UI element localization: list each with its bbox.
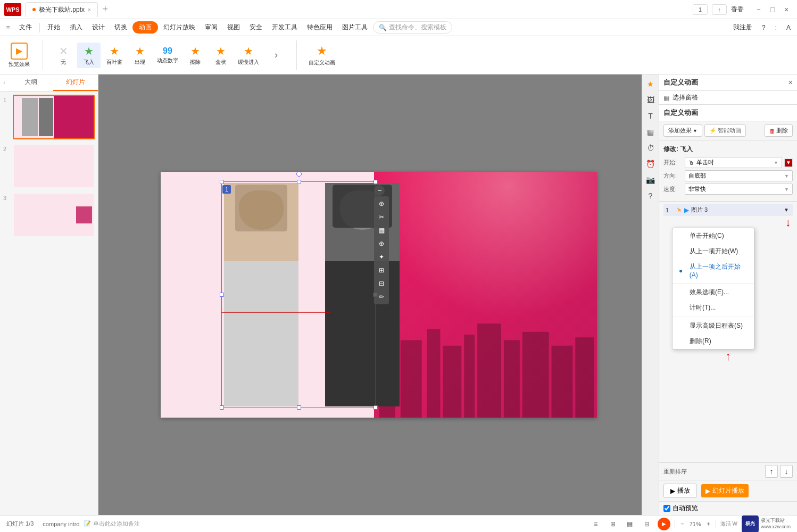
active-tab-close[interactable]: ×	[88, 7, 91, 13]
search-bar[interactable]: 🔍 查找命令、搜索模板	[373, 21, 452, 34]
menu-devtools[interactable]: 开发工具	[268, 21, 302, 34]
ctx-click-start[interactable]: 单击开始(C)	[673, 228, 754, 244]
upload-button[interactable]: ↑	[712, 4, 727, 15]
view-slide-btn[interactable]: ▦	[624, 518, 636, 530]
float-btn-star[interactable]: ✦	[375, 251, 388, 263]
right-icon-clock[interactable]: ⏱	[643, 140, 658, 155]
view-list-btn[interactable]: ≡	[590, 518, 602, 530]
float-btn-delete[interactable]: ⊟	[375, 277, 388, 290]
minimize-button[interactable]: －	[752, 3, 765, 16]
smart-anim-button[interactable]: ⚡ 智能动画	[704, 124, 746, 137]
play-button[interactable]: ▶ 播放	[663, 484, 697, 498]
add-tab-button[interactable]: +	[99, 3, 112, 16]
ribbon-btn-wipe[interactable]: ★ 擦除	[184, 43, 207, 68]
menu-account[interactable]: A	[782, 22, 795, 34]
ctx-delete[interactable]: 删除(R)	[673, 334, 754, 349]
ribbon-btn-number[interactable]: 99 动态数字	[154, 44, 181, 66]
ribbon-btn-box[interactable]: ★ 盒状	[209, 43, 233, 68]
note-area[interactable]: 📝 单击此处添加备注	[84, 520, 140, 528]
ctx-show-schedule[interactable]: 显示高级日程表(S)	[673, 318, 754, 334]
ribbon-btn-custom-anim[interactable]: ★ 自定义动画	[305, 42, 338, 69]
prop-start-value[interactable]: 🖱 单击时 ▼	[685, 157, 782, 168]
hamburger-menu[interactable]: ≡	[2, 22, 14, 34]
select-grid-link[interactable]: ▦ 选择窗格	[663, 93, 793, 102]
menu-insert[interactable]: 插入	[65, 21, 87, 34]
preview-button[interactable]: ▶ 预览效果	[4, 40, 34, 70]
menu-more[interactable]: :	[771, 22, 781, 34]
right-icon-image[interactable]: 🖼	[643, 93, 658, 107]
float-btn-layer[interactable]: ⊕	[375, 197, 388, 210]
menu-start[interactable]: 开始	[43, 21, 64, 34]
right-icon-help[interactable]: ?	[643, 188, 658, 203]
blinds-label: 百叶窗	[106, 59, 122, 66]
ribbon-btn-slowenter[interactable]: ★ 缓慢进入	[235, 43, 262, 68]
menu-design[interactable]: 设计	[88, 21, 109, 34]
ctx-effect-options[interactable]: 效果选项(E)...	[673, 285, 754, 300]
tab-slides[interactable]: 幻灯片	[53, 74, 98, 91]
collapse-left-button[interactable]: ‹	[0, 74, 9, 91]
slide-thumb-3[interactable]	[13, 193, 95, 237]
title-bar: WPS 极光下载站.pptx × + 1 ↑ 香香 － □ ×	[0, 0, 797, 19]
menu-transition[interactable]: 切换	[110, 21, 131, 34]
maximize-button[interactable]: □	[766, 3, 779, 16]
float-btn-zoom[interactable]: ⊕	[375, 237, 388, 250]
right-icon-star[interactable]: ★	[643, 77, 658, 92]
slide-item-1[interactable]: 1	[2, 94, 96, 140]
ctx-prev-start[interactable]: 从上一项开始(W)	[673, 244, 754, 259]
add-effect-button[interactable]: 添加效果 ▼	[663, 124, 702, 137]
reorder-up-button[interactable]: ↑	[765, 465, 778, 478]
close-button[interactable]: ×	[780, 3, 793, 16]
slide-thumb-2[interactable]	[13, 144, 95, 188]
menu-view[interactable]: 视图	[223, 21, 244, 34]
view-grid-btn[interactable]: ⊞	[607, 518, 619, 530]
ctx-timing[interactable]: 计时(T)...	[673, 300, 754, 315]
float-btn-copy[interactable]: ⊞	[375, 264, 388, 277]
menu-special[interactable]: 特色应用	[303, 21, 337, 34]
play-status-button[interactable]: ▶	[658, 518, 670, 530]
zoom-minus[interactable]: －	[679, 520, 685, 528]
anim-item-1[interactable]: 1 🖱 ▶ 图片 3 ▼	[663, 204, 793, 216]
auto-preview-checkbox[interactable]	[663, 505, 670, 512]
float-btn-crop[interactable]: ✂	[375, 211, 388, 223]
active-tab[interactable]: 极光下载站.pptx ×	[26, 2, 98, 17]
slideshow-button[interactable]: ▶ 幻灯片播放	[701, 484, 749, 497]
ribbon-btn-more[interactable]: ›	[264, 47, 288, 63]
ctx-after-prev[interactable]: ● 从上一项之后开始(A)	[673, 259, 754, 282]
red-down-arrow-btn[interactable]: ▼	[784, 159, 793, 167]
ribbon-btn-appear[interactable]: ★ 出现	[128, 43, 152, 68]
prop-speed-value[interactable]: 非常快 ▼	[685, 184, 793, 195]
menu-security[interactable]: 安全	[245, 21, 267, 34]
user-label[interactable]: 香香	[731, 5, 744, 14]
float-btn-grid[interactable]: ▦	[375, 224, 388, 237]
photo-left[interactable]	[224, 183, 298, 406]
menu-image-tools[interactable]: 图片工具	[338, 21, 372, 34]
view-reading-btn[interactable]: ⊟	[641, 518, 653, 530]
prop-direction-value[interactable]: 自底部 ▼	[685, 170, 793, 181]
anim-play-icon: ▶	[684, 206, 689, 214]
right-icon-text[interactable]: T	[643, 109, 658, 123]
anim-dropdown-button[interactable]: ▼	[782, 206, 791, 213]
slide-thumb-1[interactable]	[13, 95, 95, 139]
num-button[interactable]: 1	[693, 4, 708, 15]
tab-outline[interactable]: 大纲	[9, 74, 53, 91]
zoom-plus[interactable]: ＋	[705, 520, 711, 528]
delete-anim-button[interactable]: 🗑 删除	[765, 124, 793, 137]
menu-slideshow[interactable]: 幻灯片放映	[159, 21, 200, 34]
canvas-area[interactable]: 1 − ⊕ ✂ ▦ ⊕ ✦ ⊞ ⊟ ✏	[98, 74, 659, 515]
slide-item-3[interactable]: 3	[2, 192, 96, 238]
right-panel-close-button[interactable]: ×	[788, 78, 793, 87]
slide-item-2[interactable]: 2	[2, 143, 96, 189]
menu-review[interactable]: 审阅	[201, 21, 222, 34]
menu-help[interactable]: ?	[758, 22, 770, 34]
menu-register[interactable]: 我注册	[729, 21, 757, 34]
ribbon-btn-blinds[interactable]: ★ 百叶窗	[103, 43, 126, 68]
ribbon-btn-none[interactable]: ✕ 无	[52, 43, 75, 68]
float-btn-edit[interactable]: ✏	[375, 290, 388, 303]
right-icon-layout[interactable]: ▦	[643, 124, 658, 139]
ribbon-btn-flyin[interactable]: ★ 飞入	[77, 43, 101, 68]
menu-animation[interactable]: 动画	[132, 21, 158, 34]
right-icon-time2[interactable]: ⏰	[643, 156, 658, 171]
reorder-down-button[interactable]: ↓	[780, 465, 793, 478]
right-icon-photo[interactable]: 📷	[643, 172, 658, 187]
menu-file[interactable]: 文件	[15, 21, 36, 34]
